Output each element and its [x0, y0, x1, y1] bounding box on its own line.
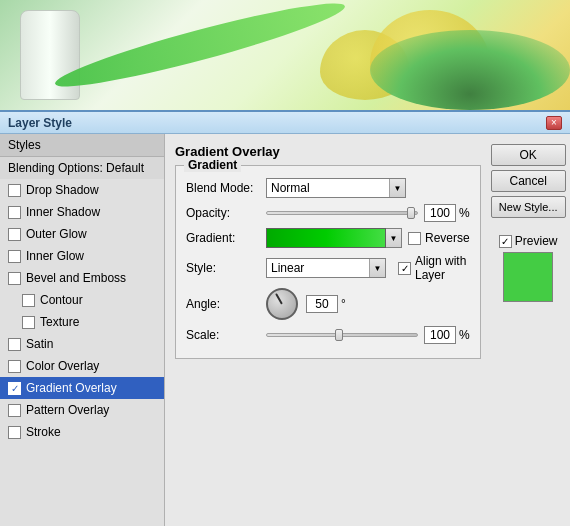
panel-title: Gradient Overlay	[175, 144, 481, 159]
gradient-group: Gradient Blend Mode: Normal ▼ Opacity:	[175, 165, 481, 359]
outer-glow-checkbox[interactable]	[8, 228, 21, 241]
gradient-swatch[interactable]	[266, 228, 386, 248]
scale-label: Scale:	[186, 328, 266, 342]
sidebar-header: Styles	[0, 134, 164, 157]
main-and-right: Gradient Overlay Gradient Blend Mode: No…	[165, 134, 570, 526]
sidebar-item-texture[interactable]: Texture	[0, 311, 164, 333]
gradient-swatch-container: ▼	[266, 228, 402, 248]
sidebar: Styles Blending Options: Default Drop Sh…	[0, 134, 165, 526]
reverse-checkbox[interactable]	[408, 232, 421, 245]
angle-unit: °	[341, 297, 346, 311]
new-style-button[interactable]: New Style...	[491, 196, 566, 218]
sidebar-item-color-overlay[interactable]: Color Overlay	[0, 355, 164, 377]
inner-shadow-checkbox[interactable]	[8, 206, 21, 219]
opacity-row: Opacity: 100 %	[186, 204, 470, 222]
opacity-unit: %	[459, 206, 470, 220]
color-overlay-checkbox[interactable]	[8, 360, 21, 373]
satin-label: Satin	[26, 337, 53, 351]
drop-shadow-label: Drop Shadow	[26, 183, 99, 197]
main-content: Gradient Overlay Gradient Blend Mode: No…	[165, 134, 491, 526]
titlebar: Layer Style ×	[0, 110, 570, 134]
sidebar-item-inner-glow[interactable]: Inner Glow	[0, 245, 164, 267]
sidebar-item-blending-options[interactable]: Blending Options: Default	[0, 157, 164, 179]
angle-row: Angle: °	[186, 288, 470, 320]
titlebar-title: Layer Style	[8, 116, 72, 130]
reverse-checkbox-label[interactable]: Reverse	[408, 231, 470, 245]
pattern-overlay-label: Pattern Overlay	[26, 403, 109, 417]
gradient-label: Gradient:	[186, 231, 266, 245]
opacity-slider-track[interactable]	[266, 211, 418, 215]
sidebar-item-stroke[interactable]: Stroke	[0, 421, 164, 443]
color-overlay-label: Color Overlay	[26, 359, 99, 373]
preview-area: Preview	[491, 234, 566, 302]
blend-mode-value: Normal	[271, 181, 389, 195]
preview-checkbox[interactable]	[499, 235, 512, 248]
scale-row: Scale: %	[186, 326, 470, 344]
sidebar-item-pattern-overlay[interactable]: Pattern Overlay	[0, 399, 164, 421]
sidebar-item-inner-shadow[interactable]: Inner Shadow	[0, 201, 164, 223]
angle-value-input[interactable]	[306, 295, 338, 313]
drop-shadow-checkbox[interactable]	[8, 184, 21, 197]
style-row: Style: Linear ▼ Align with Layer	[186, 254, 470, 282]
bevel-emboss-label: Bevel and Emboss	[26, 271, 126, 285]
sidebar-item-drop-shadow[interactable]: Drop Shadow	[0, 179, 164, 201]
close-button[interactable]: ×	[546, 116, 562, 130]
satin-checkbox[interactable]	[8, 338, 21, 351]
align-layer-checkbox[interactable]	[398, 262, 411, 275]
opacity-slider-container: 100 %	[266, 204, 470, 222]
scale-value-input[interactable]	[424, 326, 456, 344]
sidebar-item-satin[interactable]: Satin	[0, 333, 164, 355]
angle-dial[interactable]	[266, 288, 298, 320]
group-title: Gradient	[184, 158, 241, 172]
style-value: Linear	[271, 261, 369, 275]
sidebar-item-gradient-overlay[interactable]: Gradient Overlay	[0, 377, 164, 399]
pattern-overlay-checkbox[interactable]	[8, 404, 21, 417]
scale-slider-container: %	[266, 326, 470, 344]
angle-dial-container: °	[266, 288, 346, 320]
outer-glow-label: Outer Glow	[26, 227, 87, 241]
inner-shadow-label: Inner Shadow	[26, 205, 100, 219]
style-dropdown[interactable]: Linear ▼	[266, 258, 386, 278]
opacity-label: Opacity:	[186, 206, 266, 220]
gradient-dropdown-arrow-icon[interactable]: ▼	[386, 228, 402, 248]
dial-indicator	[275, 293, 283, 304]
blend-mode-arrow-icon: ▼	[389, 179, 405, 197]
group-content: Blend Mode: Normal ▼ Opacity:	[186, 174, 470, 344]
preview-label: Preview	[515, 234, 558, 248]
blend-mode-row: Blend Mode: Normal ▼	[186, 178, 470, 198]
sidebar-item-outer-glow[interactable]: Outer Glow	[0, 223, 164, 245]
blend-mode-label: Blend Mode:	[186, 181, 266, 195]
leaves-graphic	[370, 30, 570, 110]
angle-label: Angle:	[186, 297, 266, 311]
ribbon-graphic	[51, 0, 349, 98]
inner-glow-checkbox[interactable]	[8, 250, 21, 263]
dialog-body: Styles Blending Options: Default Drop Sh…	[0, 134, 570, 526]
style-dropdown-arrow-icon: ▼	[369, 259, 385, 277]
ok-button[interactable]: OK	[491, 144, 566, 166]
scale-unit: %	[459, 328, 470, 342]
right-panel: OK Cancel New Style... Preview	[491, 134, 570, 526]
scale-slider-thumb[interactable]	[335, 329, 343, 341]
can-graphic	[20, 10, 80, 100]
align-layer-label: Align with Layer	[415, 254, 470, 282]
contour-label: Contour	[40, 293, 83, 307]
opacity-slider-thumb[interactable]	[407, 207, 415, 219]
stroke-label: Stroke	[26, 425, 61, 439]
sidebar-item-bevel-emboss[interactable]: Bevel and Emboss	[0, 267, 164, 289]
texture-checkbox[interactable]	[22, 316, 35, 329]
opacity-value-input[interactable]: 100	[424, 204, 456, 222]
blend-mode-dropdown[interactable]: Normal ▼	[266, 178, 406, 198]
scale-slider-track[interactable]	[266, 333, 418, 337]
blending-options-label: Blending Options: Default	[8, 161, 144, 175]
gradient-overlay-label: Gradient Overlay	[26, 381, 117, 395]
sidebar-item-contour[interactable]: Contour	[0, 289, 164, 311]
bevel-emboss-checkbox[interactable]	[8, 272, 21, 285]
preview-checkbox-label[interactable]: Preview	[499, 234, 558, 248]
gradient-overlay-checkbox[interactable]	[8, 382, 21, 395]
style-label: Style:	[186, 261, 266, 275]
align-layer-checkbox-label[interactable]: Align with Layer	[398, 254, 470, 282]
reverse-label: Reverse	[425, 231, 470, 245]
stroke-checkbox[interactable]	[8, 426, 21, 439]
cancel-button[interactable]: Cancel	[491, 170, 566, 192]
contour-checkbox[interactable]	[22, 294, 35, 307]
